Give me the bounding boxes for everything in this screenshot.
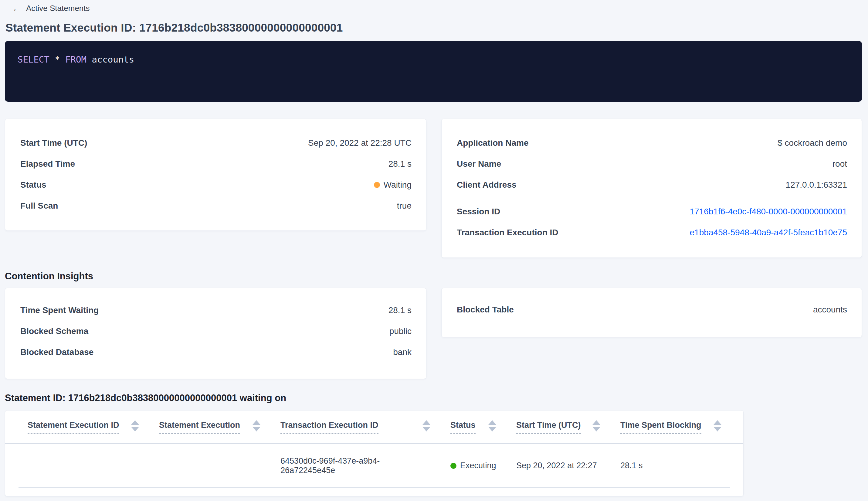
table-row: 64530d0c-969f-437e-a9b4-26a72245e45e Exe… [5,444,743,487]
sql-keyword-select: SELECT [18,54,50,65]
sql-star: * [50,54,65,65]
blocked-schema-value: public [389,327,412,336]
back-link-label: Active Statements [26,4,90,13]
table-row-divider [19,487,730,488]
sql-statement: SELECT * FROM accounts [18,54,134,65]
waiting-on-table-header: Statement Execution ID Statement Executi… [5,411,743,444]
session-details-card: Application Name $ cockroach demo User N… [441,119,862,258]
transaction-execution-id-label: Transaction Execution ID [457,228,558,237]
sort-icon[interactable] [593,420,600,431]
blocked-table-value: accounts [813,305,847,315]
time-spent-waiting-label: Time Spent Waiting [20,306,99,315]
waiting-on-heading: Statement ID: 1716b218dc0b38380000000000… [5,393,862,404]
blocked-table-card: Blocked Table accounts [441,288,862,337]
column-header-status[interactable]: Status [451,420,496,434]
blocked-schema-row: Blocked Schema public [20,321,412,342]
statement-execution-details-page: ← Active Statements Statement Execution … [0,0,868,497]
client-address-row: Client Address 127.0.0.1:63321 [457,174,847,195]
sort-icon[interactable] [422,420,430,431]
session-id-link[interactable]: 1716b1f6-4e0c-f480-0000-000000000001 [690,207,847,216]
cell-time-spent-blocking: 28.1 s [620,461,721,470]
contention-grid: Time Spent Waiting 28.1 s Blocked Schema… [5,288,862,379]
session-id-row: Session ID 1716b1f6-4e0c-f480-0000-00000… [457,201,847,222]
column-header-transaction-execution-id[interactable]: Transaction Execution ID [280,420,430,434]
user-name-label: User Name [457,159,501,169]
column-header-label: Status [451,420,476,434]
full-scan-label: Full Scan [20,201,58,211]
start-time-value: Sep 20, 2022 at 22:28 UTC [308,138,412,148]
cell-transaction-execution-id: 64530d0c-969f-437e-a9b4-26a72245e45e [280,456,430,475]
statement-details-card: Start Time (UTC) Sep 20, 2022 at 22:28 U… [5,119,426,231]
details-grid: Start Time (UTC) Sep 20, 2022 at 22:28 U… [5,119,862,258]
elapsed-time-row: Elapsed Time 28.1 s [20,153,412,174]
blocked-schema-label: Blocked Schema [20,327,88,336]
time-spent-waiting-value: 28.1 s [389,306,412,315]
elapsed-time-value: 28.1 s [389,159,412,169]
session-id-label: Session ID [457,207,500,216]
blocked-database-row: Blocked Database bank [20,342,412,363]
application-name-label: Application Name [457,138,528,148]
start-time-row: Start Time (UTC) Sep 20, 2022 at 22:28 U… [20,132,412,153]
sort-icon[interactable] [252,420,260,431]
cell-status: Executing [451,461,496,470]
blocked-table-row: Blocked Table accounts [457,299,847,320]
sql-keyword-from: FROM [65,54,87,65]
start-time-label: Start Time (UTC) [20,138,87,148]
blocked-database-value: bank [393,347,412,357]
status-row: Status Waiting [20,174,412,195]
session-card-divider [457,198,847,198]
full-scan-value: true [397,201,412,211]
blocked-database-label: Blocked Database [20,347,94,357]
status-value: Waiting [374,180,412,190]
client-address-label: Client Address [457,180,517,190]
column-header-label: Statement Execution [159,420,240,434]
application-name-value: $ cockroach demo [778,138,847,148]
column-header-label: Transaction Execution ID [280,420,378,434]
cell-start-time: Sep 20, 2022 at 22:27 [516,461,600,470]
waiting-status-dot-icon [374,182,380,188]
application-name-row: Application Name $ cockroach demo [457,132,847,153]
sql-table-name: accounts [87,54,134,65]
user-name-row: User Name root [457,153,847,174]
contention-insights-heading: Contention Insights [5,271,862,282]
column-header-statement-execution-id[interactable]: Statement Execution ID [28,420,139,434]
cell-status-text: Executing [460,461,496,470]
user-name-value: root [833,159,847,169]
column-header-time-spent-blocking[interactable]: Time Spent Blocking [620,420,721,434]
column-header-label: Statement Execution ID [28,420,119,434]
sort-icon[interactable] [131,420,139,431]
status-label: Status [20,180,46,190]
column-header-label: Time Spent Blocking [620,420,701,434]
status-value-text: Waiting [384,180,412,190]
sort-icon[interactable] [714,420,721,431]
back-arrow-icon: ← [12,4,21,13]
time-spent-waiting-row: Time Spent Waiting 28.1 s [20,300,412,321]
full-scan-row: Full Scan true [20,195,412,216]
blocked-table-label: Blocked Table [457,305,514,315]
back-link[interactable]: ← Active Statements [12,4,90,13]
elapsed-time-label: Elapsed Time [20,159,75,169]
client-address-value: 127.0.0.1:63321 [786,180,847,190]
sql-statement-box: SELECT * FROM accounts [5,41,862,102]
waiting-on-table: Statement Execution ID Statement Executi… [5,410,744,497]
column-header-start-time[interactable]: Start Time (UTC) [516,420,600,434]
sort-icon[interactable] [488,420,496,431]
transaction-execution-id-link[interactable]: e1bba458-5948-40a9-a42f-5feac1b10e75 [690,228,847,237]
contention-details-card: Time Spent Waiting 28.1 s Blocked Schema… [5,288,426,379]
column-header-statement-execution[interactable]: Statement Execution [159,420,260,434]
page-title: Statement Execution ID: 1716b218dc0b3838… [6,22,862,34]
transaction-execution-id-row: Transaction Execution ID e1bba458-5948-4… [457,222,847,243]
column-header-label: Start Time (UTC) [516,420,581,434]
executing-status-dot-icon [451,463,456,469]
